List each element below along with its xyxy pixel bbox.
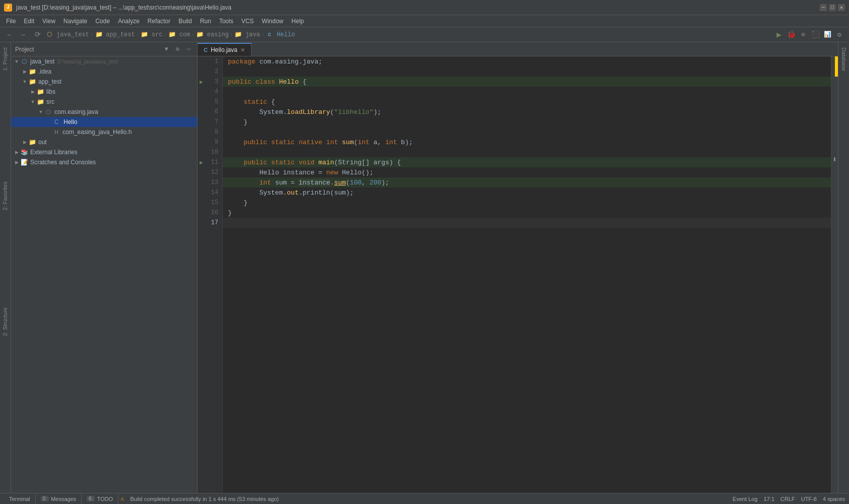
nav-forward-button[interactable]: → [17, 29, 28, 40]
run-button[interactable]: ▶ [773, 29, 784, 40]
line-ending[interactable]: CRLF [780, 496, 795, 502]
tree-item-src[interactable]: ▼ 📁 src [11, 97, 197, 107]
menu-item-edit[interactable]: Edit [20, 17, 38, 26]
breadcrumb-hello[interactable]: Hello [277, 31, 295, 38]
tree-item-scratches[interactable]: ▶ 📝 Scratches and Consoles [11, 157, 197, 167]
tree-item-package[interactable]: ▼ ⬡ com.easing.java [11, 107, 197, 117]
tree-item-libs[interactable]: ▶ 📁 libs [11, 87, 197, 97]
run-gutter-11[interactable]: ▶ [200, 159, 203, 166]
close-button[interactable]: ✕ [838, 4, 845, 11]
editor-area: C Hello.java ✕ 1 2 ▶ 3 4 5 6 7 8 9 10 [198, 42, 838, 493]
code-line-15: } [223, 198, 831, 208]
line-num-17: 17 [198, 218, 222, 228]
code-line-11: public static void main(String[] args) { [223, 157, 831, 167]
menu-item-refactor[interactable]: Refactor [144, 17, 174, 26]
menu-item-run[interactable]: Run [196, 17, 215, 26]
menu-item-navigate[interactable]: Navigate [59, 17, 91, 26]
breadcrumb-module-icon: ⬡ [45, 31, 53, 39]
line-num-5: 5 [198, 97, 222, 107]
terminal-tab[interactable]: Terminal [4, 493, 36, 505]
editor-scrollbar[interactable] [831, 56, 838, 493]
menu-item-vcs[interactable]: VCS [237, 17, 258, 26]
maximize-button[interactable]: □ [829, 4, 836, 11]
menu-item-file[interactable]: File [2, 17, 20, 26]
editor-content[interactable]: 1 2 ▶ 3 4 5 6 7 8 9 10 ▶ 11 12 13 14 [198, 56, 838, 493]
sidebar-collapse-button[interactable]: — [184, 45, 193, 54]
nav-back-button[interactable]: ← [4, 29, 15, 40]
messages-tab[interactable]: 0: Messages [36, 493, 82, 505]
settings-button[interactable]: ⚙ [834, 29, 845, 40]
stop-button[interactable]: ⬛ [810, 29, 821, 40]
tree-label-app-test: app_test [38, 78, 62, 85]
tab-close-button[interactable]: ✕ [240, 47, 245, 53]
menu-item-build[interactable]: Build [174, 17, 196, 26]
tree-item-idea[interactable]: ▶ 📁 .idea [11, 67, 197, 77]
tree-arrow-ext-libs: ▶ [13, 149, 20, 156]
breadcrumb-easing[interactable]: easing [207, 31, 228, 38]
sidebar-options-button[interactable]: ▼ [162, 45, 171, 54]
project-panel-tab[interactable]: 1: Project [0, 42, 11, 76]
line-num-9: 9 [198, 137, 222, 147]
title-text: java_test [D:\easing_java\java_test] – .… [16, 4, 231, 11]
tab-java-icon: C [204, 47, 208, 53]
structure-tab[interactable]: 2: Structure [0, 302, 11, 341]
library-icon: 📚 [20, 148, 28, 156]
package-icon: ⬡ [44, 108, 52, 116]
tree-item-out[interactable]: ▶ 📁 out [11, 137, 197, 147]
menu-item-tools[interactable]: Tools [215, 17, 237, 26]
breadcrumb-apptest[interactable]: app_test [106, 31, 135, 38]
sidebar: Project ▼ ⚙ — ▼ ⬡ java_test D:\easing_ja… [11, 42, 198, 493]
breadcrumb-folder5-icon: 📁 [234, 31, 242, 39]
database-panel-tab[interactable]: Database [838, 42, 849, 76]
code-line-12: Hello instance = new Hello(); [223, 167, 831, 177]
breadcrumb-project[interactable]: java_test [56, 31, 89, 38]
cursor-position: 17:1 [764, 496, 774, 502]
breadcrumb-java[interactable]: java [246, 31, 260, 38]
tree-label-out: out [38, 139, 47, 146]
tree-label-scratches: Scratches and Consoles [30, 159, 96, 166]
menu-item-help[interactable]: Help [287, 17, 308, 26]
code-editor[interactable]: package com.easing.java; public class He… [223, 56, 831, 493]
project-structure-button[interactable]: 📊 [822, 29, 833, 40]
menu-item-analyze[interactable]: Analyze [114, 17, 144, 26]
breadcrumb: ⬡ java_test › 📁 app_test › 📁 src › 📁 com… [45, 31, 295, 39]
editor-tab-hello[interactable]: C Hello.java ✕ [198, 43, 252, 56]
status-bar: Terminal 0: Messages 6: TODO ⚠ Build com… [0, 493, 849, 504]
tree-item-hello-java[interactable]: ▶ C Hello [11, 117, 197, 127]
tree-arrow-java-test: ▼ [13, 58, 20, 65]
run-gutter-3[interactable]: ▶ [200, 79, 203, 85]
tree-item-app-test[interactable]: ▼ 📁 app_test [11, 77, 197, 87]
breadcrumb-com[interactable]: com [179, 31, 191, 38]
coverage-button[interactable]: ⚙ [798, 29, 809, 40]
menu-item-window[interactable]: Window [258, 17, 287, 26]
line-num-12: 12 [198, 167, 222, 177]
sync-files-button[interactable]: ⟳ [32, 29, 43, 40]
title-bar: J java_test [D:\easing_java\java_test] –… [0, 0, 849, 15]
tree-item-java-test[interactable]: ▼ ⬡ java_test D:\easing_java\java_test [11, 56, 197, 67]
scroll-thumb [834, 157, 835, 161]
breadcrumb-src[interactable]: src [152, 31, 163, 38]
event-log-link[interactable]: Event Log [733, 496, 758, 502]
indent[interactable]: 4 spaces [823, 496, 845, 502]
code-line-3: public class Hello { [223, 77, 831, 87]
folder-icon-app-test: 📁 [28, 78, 36, 86]
java-file-icon: C [52, 118, 60, 126]
tree-label-libs: libs [46, 88, 55, 95]
menu-item-code[interactable]: Code [91, 17, 114, 26]
debug-button[interactable]: 🐞 [785, 29, 797, 40]
encoding[interactable]: UTF-8 [801, 496, 817, 502]
menu-item-view[interactable]: View [38, 17, 59, 26]
right-side-panel: Database [838, 42, 849, 493]
todo-num: 6: [87, 496, 95, 501]
sidebar-config-button[interactable]: ⚙ [173, 45, 182, 54]
todo-tab[interactable]: 6: TODO [82, 493, 118, 505]
code-line-5: static { [223, 97, 831, 107]
line-num-13: 13 [198, 177, 222, 187]
minimize-button[interactable]: — [820, 4, 827, 11]
favorites-tab[interactable]: 2: Favorites [0, 176, 11, 215]
tree-item-hello-h[interactable]: ▶ H com_easing_java_Hello.h [11, 127, 197, 137]
tree-label-hello: Hello [64, 118, 77, 125]
tree-arrow-out: ▶ [21, 139, 28, 146]
tree-item-ext-libs[interactable]: ▶ 📚 External Libraries [11, 147, 197, 157]
messages-num: 0: [41, 496, 49, 501]
